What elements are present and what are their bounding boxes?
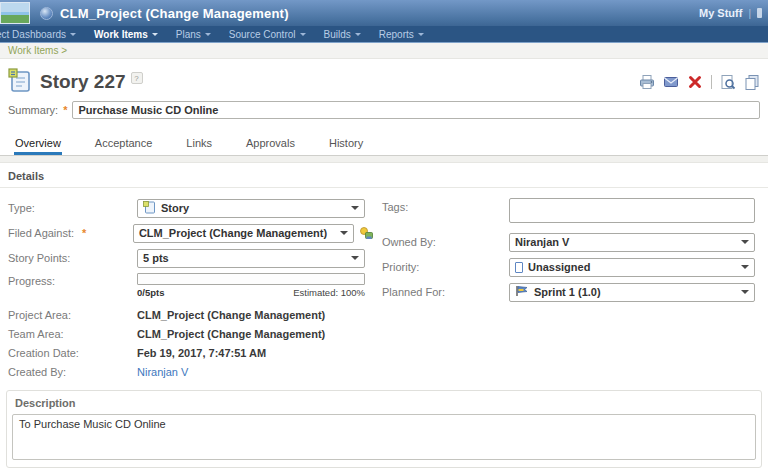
project-avatar (0, 2, 30, 24)
story-type-icon (143, 201, 156, 216)
filed-against-label: Filed Against: * (0, 227, 133, 239)
app-title-bar: CLM_Project (Change Management) My Stuff… (0, 0, 768, 26)
tags-input[interactable] (509, 198, 755, 223)
owned-by-label: Owned By: (374, 236, 509, 248)
chevron-down-icon (355, 33, 361, 36)
app-title: CLM_Project (Change Management) (60, 6, 289, 21)
chevron-down-icon (741, 290, 749, 294)
tags-label: Tags: (374, 198, 509, 213)
filed-against-select[interactable]: CLM_Project (Change Management) (133, 224, 354, 243)
progress-actual: 0/5pts (137, 287, 164, 298)
printer-icon[interactable] (639, 74, 655, 90)
chevron-down-icon (351, 206, 359, 210)
workitem-header: Story 227 ? (0, 59, 768, 97)
chevron-down-icon (205, 33, 211, 36)
chevron-down-icon (152, 33, 158, 36)
category-picker-icon[interactable] (359, 226, 374, 241)
priority-unassigned-icon (515, 262, 523, 273)
section-gap (0, 156, 768, 163)
project-area-value: CLM_Project (Change Management) (137, 309, 325, 321)
main-navbar: ect Dashboards Work Items Plans Source C… (0, 26, 768, 43)
titlebar-separator: | (748, 8, 751, 19)
team-area-value: CLM_Project (Change Management) (137, 328, 325, 340)
nav-plans[interactable]: Plans (176, 29, 211, 40)
chevron-down-icon (70, 33, 76, 36)
created-by-link[interactable]: Niranjan V (137, 366, 188, 378)
my-stuff-link[interactable]: My Stuff (699, 7, 742, 19)
workitem-tabs: Overview Acceptance Links Approvals Hist… (0, 126, 768, 156)
breadcrumb[interactable]: Work Items > (0, 43, 768, 59)
tab-approvals[interactable]: Approvals (245, 132, 296, 155)
nav-builds[interactable]: Builds (324, 29, 361, 40)
type-select[interactable]: Story (137, 199, 365, 218)
summary-label: Summary: (8, 104, 58, 116)
globe-icon (40, 7, 53, 20)
chevron-down-icon (418, 33, 424, 36)
chevron-down-icon (300, 33, 306, 36)
details-section-header: Details (0, 163, 768, 188)
planned-for-select[interactable]: Sprint 1 (1.0) (509, 283, 755, 302)
story-points-select[interactable]: 5 pts (137, 249, 365, 268)
progress-bar (137, 273, 365, 285)
chevron-down-icon (340, 231, 348, 235)
planned-for-label: Planned For: (374, 286, 509, 298)
nav-work-items[interactable]: Work Items (94, 29, 158, 40)
tab-acceptance[interactable]: Acceptance (94, 132, 153, 155)
nav-project-dashboards[interactable]: ect Dashboards (0, 29, 76, 40)
tab-overview[interactable]: Overview (14, 132, 62, 155)
nav-source-control[interactable]: Source Control (229, 29, 306, 40)
delete-icon[interactable] (687, 74, 703, 90)
tab-history[interactable]: History (328, 132, 364, 155)
tab-links[interactable]: Links (185, 132, 213, 155)
creation-date-label: Creation Date: (0, 347, 137, 359)
required-marker: * (63, 104, 67, 116)
project-area-label: Project Area: (0, 309, 137, 321)
type-label: Type: (0, 202, 137, 214)
nav-reports[interactable]: Reports (379, 29, 424, 40)
owned-by-select[interactable]: Niranjan V (509, 233, 755, 252)
page-title: Story 227 (40, 71, 126, 93)
mail-icon[interactable] (663, 74, 679, 90)
summary-input[interactable] (72, 101, 760, 119)
toolbar-divider (711, 75, 712, 89)
priority-select[interactable]: Unassigned (509, 258, 755, 277)
copy-icon[interactable] (744, 74, 760, 90)
details-form: Type: Story Filed Against: * CLM_Project… (0, 188, 768, 382)
created-by-label: Created By: (0, 366, 137, 378)
creation-date-value: Feb 19, 2017, 7:47:51 AM (137, 347, 266, 359)
description-textarea[interactable]: To Purchase Music CD Online (12, 414, 756, 460)
clipped-menu-fragment (757, 8, 762, 18)
chevron-down-icon (351, 256, 359, 260)
team-area-label: Team Area: (0, 328, 137, 340)
description-header: Description (12, 396, 756, 414)
progress-estimate: Estimated: 100% (293, 287, 365, 298)
chevron-down-icon (741, 240, 749, 244)
chevron-down-icon (741, 265, 749, 269)
help-badge[interactable]: ? (131, 72, 143, 84)
story-points-label: Story Points: (0, 252, 137, 264)
required-marker: * (82, 227, 86, 239)
progress-label: Progress: (0, 273, 137, 287)
story-icon (8, 68, 32, 95)
priority-label: Priority: (374, 261, 509, 273)
summary-row: Summary: * (0, 97, 768, 126)
workitem-toolbar (639, 74, 760, 90)
sprint-icon (515, 285, 529, 299)
description-section: Description To Purchase Music CD Online (6, 390, 762, 468)
find-icon[interactable] (720, 74, 736, 90)
